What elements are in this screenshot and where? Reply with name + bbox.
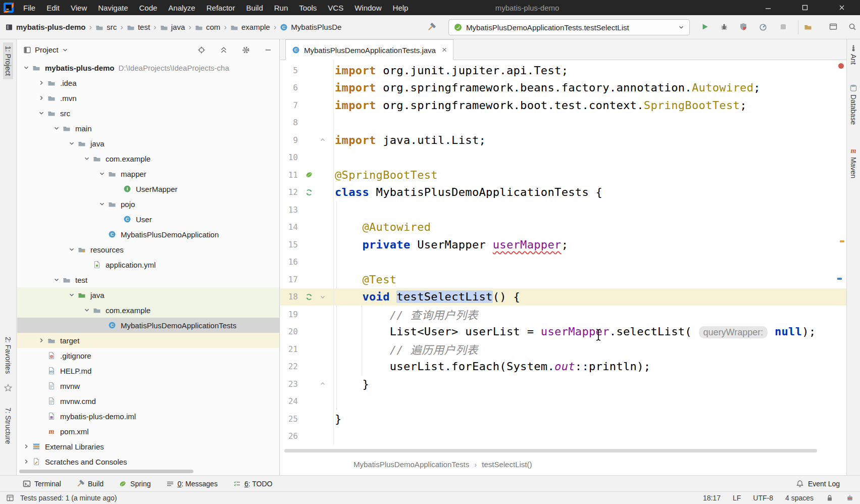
fold-marker[interactable] bbox=[316, 381, 330, 387]
build-hammer-icon[interactable] bbox=[427, 23, 436, 32]
chevron-down-icon[interactable] bbox=[81, 156, 93, 162]
menu-window[interactable]: Window bbox=[349, 0, 387, 15]
tree-item-src[interactable]: src bbox=[17, 106, 279, 121]
code-line-5[interactable]: 5 import org.junit.jupiter.api.Test; bbox=[280, 62, 846, 79]
breadcrumb-class[interactable]: MybatisPlusDemoApplicationTests bbox=[353, 460, 469, 469]
chevron-down-icon[interactable] bbox=[62, 47, 68, 53]
code-line-22[interactable]: 22 userList.forEach(System.out::println)… bbox=[280, 358, 846, 376]
tree-item-user[interactable]: C User bbox=[17, 212, 279, 227]
fold-marker[interactable] bbox=[316, 294, 330, 300]
profiler-button[interactable] bbox=[759, 23, 767, 31]
run-test-icon[interactable] bbox=[302, 188, 316, 196]
chevron-right-icon[interactable] bbox=[35, 337, 47, 343]
tree-item-mybatisplusdemoapplication[interactable]: C MybatisPlusDemoApplication bbox=[17, 227, 279, 242]
code-line-13[interactable]: 13 bbox=[280, 201, 846, 219]
tree-item-external-libraries[interactable]: External Libraries bbox=[17, 439, 279, 454]
tree-item-idea[interactable]: .idea bbox=[17, 75, 279, 90]
file-encoding[interactable]: UTF-8 bbox=[753, 494, 773, 502]
toolwindow-button-terminal[interactable]: Terminal bbox=[23, 480, 61, 488]
tool-stripe-maven[interactable]: m Maven bbox=[847, 146, 860, 178]
toolwindow-button-build[interactable]: Build bbox=[76, 480, 104, 488]
breadcrumb-method[interactable]: testSelectList() bbox=[482, 460, 532, 469]
menu-run[interactable]: Run bbox=[269, 0, 294, 15]
tree-item-gitignore[interactable]: .gitignore bbox=[17, 348, 279, 363]
tree-item-mvnw-cmd[interactable]: mvnw.cmd bbox=[17, 393, 279, 409]
toolwindow-button-spring[interactable]: Spring bbox=[119, 480, 150, 488]
code-line-17[interactable]: 17 @Test bbox=[280, 271, 846, 288]
chevron-down-icon[interactable] bbox=[66, 140, 78, 146]
collapse-all-button[interactable] bbox=[220, 46, 228, 54]
breadcrumb-example[interactable]: example bbox=[230, 23, 270, 31]
menu-build[interactable]: Build bbox=[240, 0, 268, 15]
tree-item-application-yml[interactable]: application.yml bbox=[17, 257, 279, 272]
run-test-icon[interactable] bbox=[302, 293, 316, 301]
chevron-right-icon[interactable] bbox=[35, 95, 47, 101]
spring-bean-icon[interactable] bbox=[302, 171, 316, 179]
chevron-right-icon[interactable] bbox=[20, 459, 32, 465]
tree-item-target[interactable]: target bbox=[17, 333, 279, 348]
code-line-10[interactable]: 10 bbox=[280, 149, 846, 167]
chevron-down-icon[interactable] bbox=[96, 171, 108, 177]
tree-item-com-example[interactable]: com.example bbox=[17, 151, 279, 166]
menu-edit[interactable]: Edit bbox=[41, 0, 65, 15]
stop-button[interactable] bbox=[779, 23, 787, 31]
tree-item-pojo[interactable]: pojo bbox=[17, 196, 279, 212]
chevron-down-icon[interactable] bbox=[66, 292, 78, 298]
code-line-24[interactable]: 24 bbox=[280, 393, 846, 411]
menu-file[interactable]: File bbox=[18, 0, 41, 15]
tab-close-icon[interactable]: × bbox=[442, 45, 447, 55]
tree-item-test[interactable]: test bbox=[17, 272, 279, 287]
tree-item-java[interactable]: java bbox=[17, 136, 279, 151]
menu-navigate[interactable]: Navigate bbox=[92, 0, 133, 15]
horizontal-scrollbar[interactable] bbox=[284, 449, 817, 452]
run-config-select[interactable]: MybatisPlusDemoApplicationTests.testSele… bbox=[448, 19, 690, 35]
breadcrumb-mybatisplusde[interactable]: CMybatisPlusDe bbox=[280, 23, 341, 31]
open-project-button[interactable] bbox=[804, 23, 812, 31]
line-ending[interactable]: LF bbox=[733, 494, 741, 502]
ide-fatal-errors-icon[interactable] bbox=[846, 494, 854, 502]
tool-stripe-7-structure[interactable]: 7: Structure bbox=[3, 404, 13, 447]
chevron-right-icon[interactable] bbox=[35, 80, 47, 86]
locate-button[interactable] bbox=[197, 46, 206, 54]
code-line-23[interactable]: 23 } bbox=[280, 375, 846, 393]
menu-vcs[interactable]: VCS bbox=[322, 0, 349, 15]
maximize-button[interactable] bbox=[786, 0, 823, 15]
menu-analyze[interactable]: Analyze bbox=[163, 0, 200, 15]
tree-item-mvnw[interactable]: mvnw bbox=[17, 378, 279, 393]
hide-panel-button[interactable] bbox=[264, 46, 272, 54]
lock-icon[interactable] bbox=[826, 494, 834, 502]
chevron-down-icon[interactable] bbox=[81, 307, 93, 313]
project-panel-title[interactable]: Project bbox=[35, 45, 59, 54]
gear-icon[interactable] bbox=[242, 46, 250, 54]
code-line-7[interactable]: 7 import org.springframework.boot.test.c… bbox=[280, 96, 846, 114]
chevron-down-icon[interactable] bbox=[50, 277, 63, 283]
tree-item-mvn[interactable]: .mvn bbox=[17, 90, 279, 106]
code-line-20[interactable]: 20 List<User> userList = userMapper.sele… bbox=[280, 323, 846, 341]
coverage-button[interactable] bbox=[739, 23, 747, 31]
tool-stripe-1-project[interactable]: 1: Project bbox=[3, 42, 13, 79]
code-line-26[interactable]: 26 bbox=[280, 428, 846, 445]
favorites-star-icon[interactable] bbox=[4, 384, 12, 392]
code-line-18[interactable]: 18 void testSelectList() { bbox=[280, 288, 846, 306]
run-button[interactable] bbox=[701, 23, 709, 31]
code-line-21[interactable]: 21 // 遍历用户列表 bbox=[280, 340, 846, 358]
menu-code[interactable]: Code bbox=[133, 0, 163, 15]
code-line-12[interactable]: 12 class MybatisPlusDemoApplicationTests… bbox=[280, 184, 846, 201]
tree-item-mybatisplusdemoapplicationtests[interactable]: C MybatisPlusDemoApplicationTests bbox=[17, 318, 279, 333]
editor-tab[interactable]: C MybatisPlusDemoApplicationTests.java × bbox=[285, 39, 453, 60]
tool-stripe-database[interactable]: Database bbox=[847, 84, 860, 125]
chevron-down-icon[interactable] bbox=[35, 110, 47, 116]
tree-item-resources[interactable]: resources bbox=[17, 242, 279, 257]
menu-tools[interactable]: Tools bbox=[293, 0, 322, 15]
debug-button[interactable] bbox=[720, 23, 728, 31]
tree-item-mybatis-plus-demo[interactable]: mybatis-plus-demoD:\IdeaProjects\IdeaPro… bbox=[17, 60, 279, 75]
scrollbar-warning-mark[interactable] bbox=[840, 240, 844, 242]
tree-item-help-md[interactable]: MD HELP.md bbox=[17, 363, 279, 378]
scrollbar-info-mark[interactable] bbox=[837, 278, 842, 280]
code-line-6[interactable]: 6 import org.springframework.beans.facto… bbox=[280, 79, 846, 97]
code-line-14[interactable]: 14 @Autowired bbox=[280, 219, 846, 236]
code-line-16[interactable]: 16 bbox=[280, 254, 846, 271]
tree-item-mybatis-plus-demo-iml[interactable]: mybatis-plus-demo.iml bbox=[17, 409, 279, 424]
menu-help[interactable]: Help bbox=[387, 0, 414, 15]
hide-windows-button[interactable] bbox=[829, 23, 837, 31]
